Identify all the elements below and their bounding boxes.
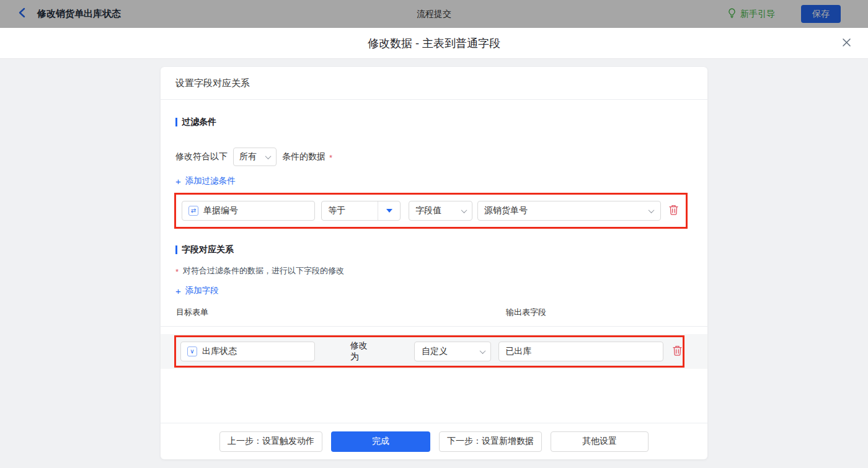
card-footer: 上一步：设置触发动作 完成 下一步：设置新增数据 其他设置	[161, 423, 707, 459]
trash-icon	[672, 345, 683, 359]
back-button[interactable]	[17, 7, 27, 20]
add-filter-condition-label: 添加过滤条件	[185, 175, 236, 187]
mapping-description-text: 对符合过滤条件的数据，进行以下字段的修改	[183, 265, 344, 276]
modal-header: 修改数据 - 主表到普通字段	[0, 28, 868, 59]
column-divider	[161, 326, 707, 327]
target-form-column-header: 目标表单	[176, 307, 506, 318]
filter-section-heading: 过滤条件	[175, 117, 693, 128]
match-suffix-label: 条件的数据	[282, 151, 326, 162]
chevron-down-icon	[649, 207, 655, 213]
match-prefix-label: 修改符合以下	[175, 151, 228, 162]
settings-card: 设置字段对应关系 过滤条件 修改符合以下 所有 条件的数据 * + 添加过滤条件…	[161, 67, 707, 459]
trash-icon	[668, 204, 679, 218]
beginner-guide-link[interactable]: 新手引导	[727, 8, 775, 20]
delete-field-button[interactable]	[672, 345, 683, 359]
output-field-column-header: 输出表字段	[506, 307, 546, 318]
chevron-down-icon	[461, 207, 467, 213]
add-field-link[interactable]: + 添加字段	[175, 285, 219, 296]
caret-down-icon	[386, 209, 392, 213]
topbar: 修改销货单出库状态 流程提交 新手引导 保存	[0, 0, 868, 28]
modify-to-label: 修改为	[350, 340, 376, 363]
card-title: 设置字段对应关系	[161, 67, 707, 100]
filter-field-value: 单据编号	[203, 205, 238, 216]
filter-field-select[interactable]: ⇄ 单据编号	[182, 201, 315, 221]
chevron-left-icon	[17, 7, 27, 20]
close-button[interactable]	[839, 37, 853, 50]
match-mode-value: 所有	[239, 151, 257, 162]
modal-body: 设置字段对应关系 过滤条件 修改符合以下 所有 条件的数据 * + 添加过滤条件…	[0, 59, 868, 468]
dropdown-field-icon: ∨	[187, 347, 197, 356]
operator-caret-cell[interactable]	[378, 201, 400, 220]
plus-icon: +	[175, 177, 181, 185]
plus-icon: +	[175, 287, 181, 295]
required-asterisk: *	[329, 153, 332, 162]
beginner-guide-label: 新手引导	[740, 9, 775, 20]
add-field-label: 添加字段	[185, 285, 219, 296]
value-type-value: 字段值	[415, 205, 441, 216]
serial-number-field-icon: ⇄	[188, 206, 198, 216]
chevron-down-icon	[480, 348, 486, 354]
operator-select[interactable]: 等于	[321, 201, 401, 221]
operator-value: 等于	[322, 201, 378, 220]
filter-value-value: 源销货单号	[484, 205, 528, 216]
next-step-button[interactable]: 下一步：设置新增数据	[439, 431, 542, 452]
topbar-center-label: 流程提交	[417, 9, 451, 20]
target-field-select[interactable]: ∨ 出库状态	[180, 342, 315, 361]
lightbulb-icon	[727, 8, 737, 20]
mapping-row-annotated: ∨ 出库状态 修改为 自定义	[174, 335, 684, 368]
delete-condition-button[interactable]	[668, 204, 679, 218]
target-field-value: 出库状态	[202, 346, 237, 357]
value-type-select[interactable]: 字段值	[409, 201, 472, 221]
add-filter-condition-link[interactable]: + 添加过滤条件	[175, 175, 236, 187]
filter-value-select[interactable]: 源销货单号	[477, 201, 661, 221]
prev-step-button[interactable]: 上一步：设置触发动作	[219, 431, 322, 452]
section-bar	[175, 245, 177, 254]
filter-condition-row-annotated: ⇄ 单据编号 等于 字段值 源销货单号	[174, 193, 688, 229]
required-asterisk: *	[175, 267, 179, 276]
section-bar	[175, 118, 177, 126]
chevron-down-icon	[265, 153, 272, 159]
modal-title: 修改数据 - 主表到普通字段	[368, 36, 500, 51]
filter-heading-label: 过滤条件	[182, 117, 216, 128]
match-condition-row: 修改符合以下 所有 条件的数据 *	[175, 148, 693, 166]
mapping-column-headers: 目标表单 输出表字段	[176, 307, 692, 318]
mapping-description: * 对符合过滤条件的数据，进行以下字段的修改	[175, 265, 693, 276]
other-settings-button[interactable]: 其他设置	[551, 431, 649, 452]
value-mode-select[interactable]: 自定义	[414, 342, 491, 361]
match-mode-select[interactable]: 所有	[233, 148, 277, 166]
custom-value-input[interactable]	[498, 342, 663, 361]
workflow-title: 修改销货单出库状态	[37, 8, 121, 20]
mapping-heading-label: 字段对应关系	[182, 244, 234, 255]
done-button[interactable]: 完成	[331, 431, 430, 452]
save-button[interactable]: 保存	[801, 5, 841, 23]
close-icon	[842, 38, 851, 50]
mapping-section-heading: 字段对应关系	[175, 244, 693, 255]
mapping-row-strip: ∨ 出库状态 修改为 自定义	[161, 334, 707, 369]
value-mode-value: 自定义	[422, 346, 448, 357]
